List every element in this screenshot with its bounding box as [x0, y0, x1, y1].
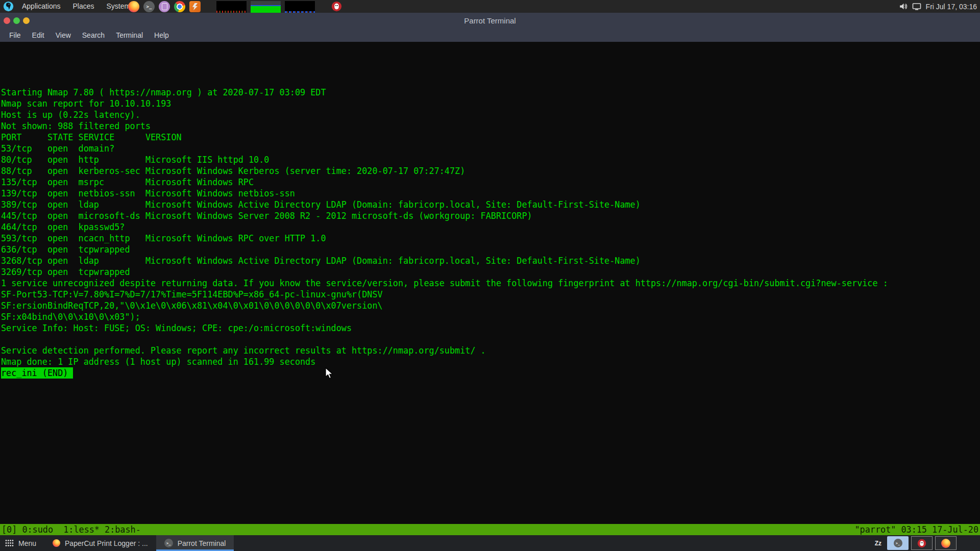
firefox-icon	[941, 539, 950, 548]
menu-applications[interactable]: Applications	[16, 0, 67, 13]
papercut-tray-icon[interactable]	[331, 1, 342, 12]
terminal-line: SF:x04bind\0\0\x10\0\x03");	[0, 311, 980, 322]
documents-launcher-icon[interactable]	[159, 1, 170, 12]
launcher-bar: >_	[128, 1, 201, 13]
pager-status: rec_ini (END)	[1, 367, 73, 379]
terminal-line: SF:ersionBindReqTCP,20,"\0\x1e\0\x06\x81…	[0, 300, 980, 311]
terminal-line: Service Info: Host: FUSE; OS: Windows; C…	[0, 322, 980, 334]
terminal-line: 636/tcp open tcpwrapped	[0, 244, 980, 255]
terminal-line: Nmap done: 1 IP address (1 host up) scan…	[0, 356, 980, 367]
pager-status-row: rec_ini (END)	[0, 367, 980, 379]
tmux-session-clock: "parrot" 03:15 17-Jul-20	[855, 524, 978, 535]
taskbar: Menu PaperCut Print Logger : ... >_ Parr…	[0, 535, 980, 551]
tmux-status-bar: [0] 0:sudo 1:less* 2:bash- "parrot" 03:1…	[0, 524, 980, 535]
terminal-icon: >_	[894, 539, 902, 547]
menu-file[interactable]: File	[4, 29, 27, 42]
papercut-icon	[917, 539, 926, 548]
sleep-indicator-icon[interactable]: Zz	[875, 540, 881, 547]
menu-places[interactable]: Places	[67, 0, 101, 13]
terminal-line: 445/tcp open microsoft-ds Microsoft Wind…	[0, 210, 980, 221]
terminal-line: Service detection performed. Please repo…	[0, 345, 980, 356]
start-menu-button[interactable]: Menu	[0, 535, 44, 551]
terminal-line: 3268/tcp open ldap Microsoft Windows Act…	[0, 255, 980, 266]
memory-graph[interactable]	[251, 1, 281, 13]
menu-edit[interactable]: Edit	[27, 29, 50, 42]
terminal-line: Nmap scan report for 10.10.10.193	[0, 98, 980, 109]
taskbar-item-label: Parrot Terminal	[178, 539, 226, 547]
terminal-line: 464/tcp open kpasswd5?	[0, 221, 980, 233]
window-titlebar[interactable]: Parrot Terminal	[0, 13, 980, 29]
terminal-launcher-icon[interactable]: >_	[143, 1, 155, 12]
firefox-icon	[53, 539, 60, 547]
terminal-line: 1 service unrecognized despite returning…	[0, 278, 980, 289]
system-monitors	[216, 1, 315, 13]
tmux-windows[interactable]: [0] 0:sudo 1:less* 2:bash-	[2, 524, 141, 535]
terminal-line	[0, 42, 980, 53]
network-graph[interactable]	[285, 1, 315, 13]
parrot-logo-icon[interactable]	[3, 1, 14, 12]
menu-search[interactable]: Search	[77, 29, 110, 42]
volume-icon[interactable]	[899, 2, 908, 11]
menu-view[interactable]: View	[50, 29, 77, 42]
display-icon[interactable]	[912, 3, 921, 11]
firefox-launcher-icon[interactable]	[128, 1, 139, 12]
terminal-line: 135/tcp open msrpc Microsoft Windows RPC	[0, 177, 980, 188]
terminal-line	[0, 76, 980, 87]
taskbar-item-papercut[interactable]: PaperCut Print Logger : ...	[44, 535, 156, 551]
taskbar-tray: Zz >_	[875, 535, 980, 551]
cpu-graph[interactable]	[216, 1, 247, 13]
menu-terminal[interactable]: Terminal	[110, 29, 149, 42]
terminal-line	[0, 334, 980, 345]
terminal-line: SF-Port53-TCP:V=7.80%I=7%D=7/17%Time=5F1…	[0, 289, 980, 300]
chrome-launcher-icon[interactable]	[174, 1, 185, 12]
terminal-line: Starting Nmap 7.80 ( https://nmap.org ) …	[0, 87, 980, 98]
menu-help[interactable]: Help	[149, 29, 175, 42]
terminal-line: 80/tcp open http Microsoft IIS httpd 10.…	[0, 154, 980, 165]
terminal-line	[0, 64, 980, 76]
taskbar-item-label: PaperCut Print Logger : ...	[65, 539, 148, 547]
terminal-line: 88/tcp open kerberos-sec Microsoft Windo…	[0, 165, 980, 177]
start-menu-label: Menu	[18, 539, 36, 547]
terminal-line: PORT STATE SERVICE VERSION	[0, 132, 980, 143]
terminal-line: Host is up (0.22s latency).	[0, 109, 980, 120]
terminal-line: 3269/tcp open tcpwrapped	[0, 266, 980, 278]
taskbar-item-parrot-terminal[interactable]: >_ Parrot Terminal	[156, 535, 234, 551]
terminal-line: 139/tcp open netbios-ssn Microsoft Windo…	[0, 188, 980, 199]
terminal-menubar: File Edit View Search Terminal Help	[0, 29, 980, 42]
terminal-line	[0, 53, 980, 64]
top-panel: Applications Places System >_	[0, 0, 980, 13]
window-title: Parrot Terminal	[0, 13, 980, 29]
terminal-output: Starting Nmap 7.80 ( https://nmap.org ) …	[0, 42, 980, 367]
terminal-line: 593/tcp open ncacn_http Microsoft Window…	[0, 233, 980, 244]
power-tool-launcher-icon[interactable]	[189, 1, 201, 12]
terminal-screen[interactable]: Starting Nmap 7.80 ( https://nmap.org ) …	[0, 42, 980, 535]
panel-clock[interactable]: Fri Jul 17, 03:16	[926, 3, 977, 11]
terminal-icon: >_	[164, 539, 173, 547]
menu-grid-icon	[5, 539, 14, 547]
terminal-line: 53/tcp open domain?	[0, 143, 980, 154]
desktop: Applications Places System >_	[0, 0, 980, 551]
terminal-line: Not shown: 988 filtered ports	[0, 120, 980, 132]
parrot-terminal-window: Parrot Terminal File Edit View Search Te…	[0, 13, 980, 535]
tray-window-terminal[interactable]: >_	[887, 536, 909, 550]
tray-window-firefox[interactable]	[935, 536, 957, 550]
terminal-line: 389/tcp open ldap Microsoft Windows Acti…	[0, 199, 980, 210]
mouse-cursor	[325, 367, 334, 380]
tray-window-papercut[interactable]	[911, 536, 933, 550]
